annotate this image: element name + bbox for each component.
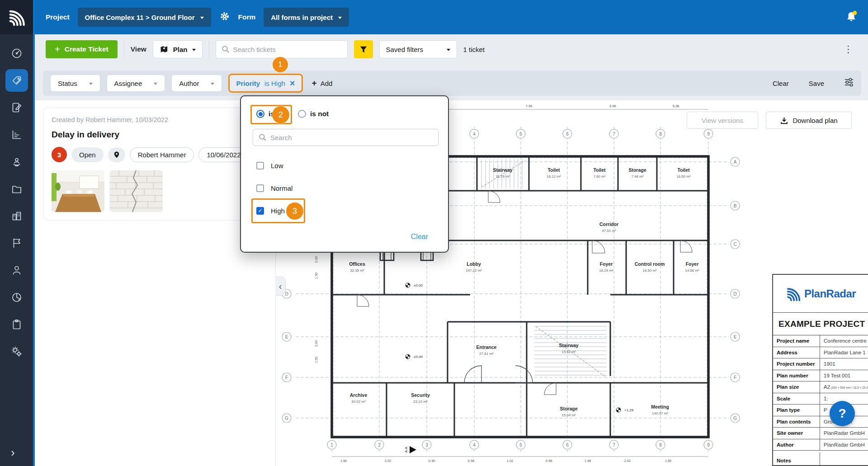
checkbox-unchecked-icon[interactable] <box>256 162 264 169</box>
svg-text:1: 1 <box>330 442 333 447</box>
annotation-badge-step1: 1 <box>273 57 288 72</box>
svg-text:A: A <box>734 160 737 165</box>
saved-filters-dropdown[interactable]: Saved filters <box>379 40 457 58</box>
view-versions-button[interactable]: View versions <box>687 112 758 129</box>
priority-option-high[interactable]: ✓High <box>256 199 434 222</box>
download-plan-button[interactable]: Download plan <box>766 112 852 129</box>
more-options-kebab-icon[interactable]: ⋮ <box>840 44 857 55</box>
sidebar-item-projects[interactable] <box>0 202 33 230</box>
plus-icon: + <box>312 78 317 88</box>
sidebar-item-flags[interactable] <box>0 230 33 257</box>
toolbar: + Create Ticket View Plan Saved filters … <box>35 34 868 64</box>
priority-option-low[interactable]: Low <box>256 154 434 177</box>
filter-chip-priority-active[interactable]: Priority is High × <box>228 74 302 93</box>
svg-text:16.50 m²: 16.50 m² <box>676 174 691 179</box>
sidebar-item-site-map[interactable] <box>0 148 33 175</box>
form-selector[interactable]: All forms in project <box>264 8 349 27</box>
checkbox-checked-icon[interactable]: ✓ <box>256 207 264 215</box>
svg-text:30.02 m²: 30.02 m² <box>351 400 366 404</box>
form-edit-icon <box>11 102 23 113</box>
svg-text:G: G <box>733 416 737 421</box>
sidebar-item-users[interactable] <box>0 257 33 284</box>
ticket-status-pill[interactable]: Open <box>71 147 104 162</box>
ticket-card[interactable]: Created by Robert Hammer, 10/03/2022 Del… <box>43 108 267 221</box>
brand-name: PlanRadar <box>804 287 856 300</box>
svg-text:C: C <box>733 242 736 247</box>
attachment-photo-cracked-wall[interactable] <box>110 170 163 212</box>
title-block-row: Notes <box>773 451 868 466</box>
gears-icon <box>11 346 23 358</box>
sidebar-item-documents[interactable] <box>0 175 33 202</box>
radio-is[interactable]: is <box>256 110 274 118</box>
project-settings-gear-icon[interactable] <box>219 11 230 24</box>
svg-text:7: 7 <box>613 442 615 447</box>
svg-text:1.50: 1.50 <box>340 459 347 463</box>
checkbox-unchecked-icon[interactable] <box>256 184 264 192</box>
sidebar-item-tasks[interactable] <box>0 311 33 338</box>
sidebar-item-tickets[interactable] <box>0 67 33 94</box>
svg-text:Lobby: Lobby <box>467 261 481 267</box>
svg-text:27.61 m²: 27.61 m² <box>479 352 494 356</box>
ticket-author-pill[interactable]: Robert Hammer <box>130 147 194 162</box>
notifications-bell-icon[interactable] <box>845 11 857 24</box>
pie-chart-icon <box>11 292 23 303</box>
radio-is-not[interactable]: is not <box>298 110 329 118</box>
svg-text:1.50: 1.50 <box>665 459 672 463</box>
save-filters-button[interactable]: Save <box>809 80 824 87</box>
collapse-panel-button[interactable]: ‹ <box>275 277 286 296</box>
svg-text:Meeting: Meeting <box>651 404 669 410</box>
svg-text:16.12 m²: 16.12 m² <box>547 174 561 179</box>
svg-text:16.50 m²: 16.50 m² <box>642 268 657 273</box>
popup-search-input[interactable] <box>270 134 433 141</box>
chevron-down-icon <box>447 49 450 53</box>
view-mode-dropdown[interactable]: Plan <box>153 40 203 58</box>
chevron-down-icon <box>211 83 214 87</box>
filter-chip-status[interactable]: Status <box>50 75 100 92</box>
svg-text:5: 5 <box>519 442 522 447</box>
help-button[interactable]: ? <box>830 401 855 426</box>
divider <box>124 41 124 58</box>
priority-option-normal[interactable]: Normal <box>256 177 434 199</box>
download-icon <box>780 116 788 125</box>
clipboard-icon <box>11 319 23 330</box>
filter-band: Status Assignee Author Priority is High … <box>35 64 868 100</box>
form-selector-value: All forms in project <box>271 14 333 21</box>
filter-chip-author[interactable]: Author <box>171 75 222 92</box>
folder-icon <box>11 183 23 195</box>
attachment-photo-conference-room[interactable] <box>52 170 104 212</box>
svg-text:Foyer: Foyer <box>686 261 699 267</box>
ticket-chips-row: 3 Open Robert Hammer 10/06/2022 <box>52 147 259 162</box>
map-icon <box>160 45 169 54</box>
add-filter-button[interactable]: + Add <box>312 78 333 88</box>
svg-text:A-A: A-A <box>404 447 408 453</box>
chevron-down-icon <box>192 49 196 53</box>
plus-icon: + <box>55 44 60 55</box>
planradar-logo[interactable] <box>0 0 33 34</box>
sidebar-item-statistics[interactable] <box>0 284 33 311</box>
svg-text:F: F <box>734 375 736 380</box>
sidebar-item-forms[interactable] <box>0 94 33 121</box>
clear-filters-button[interactable]: Clear <box>773 80 789 87</box>
create-ticket-button[interactable]: + Create Ticket <box>46 40 118 58</box>
filter-chip-assignee[interactable]: Assignee <box>107 75 165 92</box>
svg-text:D: D <box>733 292 736 297</box>
sidebar-expand-chevron-icon[interactable]: › <box>11 446 15 460</box>
sidebar-item-settings[interactable] <box>0 338 33 365</box>
remove-filter-x-icon[interactable]: × <box>290 79 295 88</box>
ticket-location-pin-icon[interactable] <box>108 147 125 162</box>
svg-text:197.22 m²: 197.22 m² <box>466 268 482 273</box>
svg-text:4: 4 <box>473 442 476 447</box>
popup-clear-button[interactable]: Clear <box>411 233 428 241</box>
project-selector[interactable]: Office Complex 11 > Ground Floor <box>78 8 211 27</box>
sidebar-item-reports[interactable] <box>0 121 33 148</box>
search-tickets-input[interactable] <box>233 46 342 53</box>
svg-text:6: 6 <box>566 442 569 447</box>
title-block-logo: PlanRadar <box>773 275 868 313</box>
title-block-row: AuthorPlanRadar GmbH <box>773 439 868 451</box>
filter-settings-sliders-icon[interactable] <box>844 77 854 89</box>
filter-bar: Status Assignee Author Priority is High … <box>43 71 861 96</box>
svg-text:5.38: 5.38 <box>673 104 679 108</box>
filter-funnel-button[interactable] <box>354 40 373 58</box>
sidebar-item-dashboard[interactable] <box>0 40 33 67</box>
svg-text:7: 7 <box>613 132 615 137</box>
